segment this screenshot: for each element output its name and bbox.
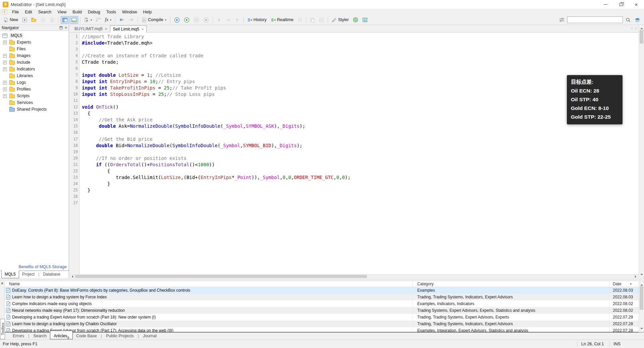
expand-icon[interactable]: + bbox=[3, 61, 7, 64]
editor-tab-buylimit-mq5[interactable]: BUYLIMIT.mq5× bbox=[72, 25, 110, 32]
save-button[interactable] bbox=[39, 16, 47, 24]
variables-button[interactable]: VARa bbox=[94, 16, 103, 24]
toolbox-tab-errors[interactable]: Errors bbox=[9, 333, 28, 338]
editor-horizontal-scrollbar[interactable] bbox=[69, 274, 639, 278]
panel-splitter[interactable] bbox=[0, 278, 644, 281]
tree-item-libraries[interactable]: Libraries bbox=[0, 72, 69, 79]
tree-item-profiles[interactable]: +Profiles bbox=[0, 86, 69, 93]
compile-button[interactable]: Compile ▾ bbox=[140, 16, 168, 24]
snapshot-button[interactable] bbox=[317, 16, 326, 24]
editor-vertical-scrollbar[interactable] bbox=[639, 25, 644, 278]
mql5-storage-link[interactable]: Benefits of MQL5 Storage bbox=[0, 265, 69, 271]
new-file-button[interactable] bbox=[20, 16, 29, 24]
article-row[interactable]: Developing a trading Expert Advisor from… bbox=[5, 327, 639, 332]
copy-button[interactable] bbox=[308, 16, 317, 24]
start-debug-button[interactable] bbox=[172, 16, 181, 24]
menu-file[interactable]: File bbox=[9, 9, 22, 15]
nav-tab-mql5[interactable]: MQL5 bbox=[1, 271, 19, 278]
sort-arrow-icon[interactable]: ▾ bbox=[630, 282, 632, 286]
toggle-toolbox-button[interactable] bbox=[70, 16, 78, 24]
article-row[interactable]: Learn how to design a trading system by … bbox=[5, 294, 639, 300]
toolbox-tab-search[interactable]: Search bbox=[30, 333, 50, 338]
scrollbar-thumb[interactable] bbox=[75, 275, 367, 278]
open-folder-button[interactable] bbox=[30, 16, 38, 24]
step-over-button[interactable] bbox=[224, 16, 232, 24]
run-button[interactable] bbox=[182, 16, 191, 24]
editor-tab-sell-limit-mq5[interactable]: Sell Limit.mq5× bbox=[110, 25, 147, 33]
tab-scroll-arrows[interactable]: ‹› bbox=[631, 26, 637, 31]
minimize-button[interactable] bbox=[598, 0, 613, 9]
toolbox-tab-journal[interactable]: Journal bbox=[140, 333, 160, 338]
scrollbar-thumb[interactable] bbox=[640, 286, 643, 310]
expand-icon[interactable]: + bbox=[3, 67, 7, 71]
styler-button[interactable]: Styler bbox=[330, 16, 351, 24]
tab-scroll-left-icon[interactable]: ‹ bbox=[631, 26, 633, 31]
menu-edit[interactable]: Edit bbox=[22, 9, 35, 15]
toolbox-vertical-scrollbar[interactable] bbox=[639, 281, 644, 332]
article-row[interactable]: DoEasy. Controls (Part 8): Base WinForms… bbox=[5, 287, 639, 294]
toolbar-search-input[interactable] bbox=[567, 16, 623, 23]
tree-item-indicators[interactable]: +Indicators bbox=[0, 66, 69, 72]
menu-debug[interactable]: Debug bbox=[85, 9, 103, 15]
navigate-forward-button[interactable] bbox=[127, 16, 136, 24]
profiler-button[interactable] bbox=[296, 16, 304, 24]
nav-tab-database[interactable]: Database bbox=[40, 271, 63, 278]
menu-window[interactable]: Window bbox=[119, 9, 140, 15]
pin-panel-icon[interactable] bbox=[59, 26, 63, 30]
paste-button[interactable]: ▾ bbox=[83, 16, 94, 24]
menu-help[interactable]: Help bbox=[140, 9, 155, 15]
article-row[interactable]: Developing a trading Expert Advisor from… bbox=[5, 314, 639, 321]
menu-search[interactable]: Search bbox=[35, 9, 55, 15]
nav-tab-project[interactable]: Project bbox=[19, 271, 38, 278]
scrollbar-thumb[interactable] bbox=[640, 30, 643, 44]
search-button[interactable] bbox=[624, 16, 632, 24]
menu-view[interactable]: View bbox=[54, 9, 69, 15]
tree-item-files[interactable]: Files bbox=[0, 46, 69, 52]
tree-item-shared-projects[interactable]: Shared Projects bbox=[0, 106, 69, 113]
scroll-down-icon[interactable] bbox=[640, 328, 643, 331]
toolbox-tab-articles[interactable]: Articles2 bbox=[50, 331, 73, 339]
tree-item-include[interactable]: +Include bbox=[0, 59, 69, 66]
menu-tools[interactable]: Tools bbox=[103, 9, 119, 15]
expand-icon[interactable]: + bbox=[3, 94, 7, 98]
navigate-back-button[interactable] bbox=[117, 16, 126, 24]
close-navigator-icon[interactable]: × bbox=[65, 26, 67, 30]
search-options-button[interactable] bbox=[557, 16, 566, 24]
article-row[interactable]: Complex indicators made easy using objec… bbox=[5, 300, 639, 307]
new-button[interactable]: New bbox=[2, 16, 20, 24]
expand-icon[interactable]: + bbox=[3, 88, 7, 91]
open-terminal-button[interactable] bbox=[361, 16, 369, 24]
scroll-left-icon[interactable] bbox=[70, 275, 73, 278]
toolbox-tab-public-projects[interactable]: Public Projects bbox=[103, 333, 137, 338]
save-all-button[interactable] bbox=[48, 16, 56, 24]
step-into-button[interactable] bbox=[215, 16, 223, 24]
scroll-up-icon[interactable] bbox=[640, 283, 643, 286]
article-row[interactable]: Learn how to design a trading system by … bbox=[5, 321, 639, 327]
expand-icon[interactable]: + bbox=[3, 41, 7, 44]
toggle-navigator-button[interactable] bbox=[61, 16, 69, 24]
toolbox-tab-code-base[interactable]: Code Base bbox=[73, 333, 100, 338]
tree-item-scripts[interactable]: +Scripts bbox=[0, 93, 69, 99]
close-button[interactable]: × bbox=[629, 0, 644, 9]
scroll-right-icon[interactable] bbox=[635, 275, 638, 278]
menu-build[interactable]: Build bbox=[69, 9, 85, 15]
tree-item-experts[interactable]: +Experts bbox=[0, 39, 69, 46]
toolbox-vertical-tab[interactable]: Toolbox bbox=[0, 319, 5, 339]
step-out-button[interactable] bbox=[233, 16, 241, 24]
code-editor[interactable]: 1//import Trade Library2#include<Trade\T… bbox=[69, 33, 639, 274]
article-row[interactable]: Neural networks made easy (Part 17): Dim… bbox=[5, 307, 639, 314]
pause-button[interactable] bbox=[192, 16, 201, 24]
realtime-button[interactable]: Realtime bbox=[269, 16, 295, 24]
close-tab-icon[interactable]: × bbox=[105, 27, 107, 31]
tree-item-services[interactable]: Services bbox=[0, 99, 69, 106]
tree-item-logs[interactable]: +Logs bbox=[0, 79, 69, 86]
expand-icon[interactable]: + bbox=[3, 54, 7, 58]
scroll-up-icon[interactable] bbox=[640, 26, 643, 29]
column-header-name[interactable]: Name bbox=[5, 281, 413, 287]
history-button[interactable]: History bbox=[246, 16, 268, 24]
help-docs-button[interactable] bbox=[633, 16, 642, 24]
expand-icon[interactable]: + bbox=[3, 81, 7, 84]
restore-button[interactable] bbox=[613, 0, 629, 9]
functions-button[interactable]: fx ▾ bbox=[103, 16, 113, 24]
column-header-category[interactable]: Category bbox=[413, 281, 609, 287]
